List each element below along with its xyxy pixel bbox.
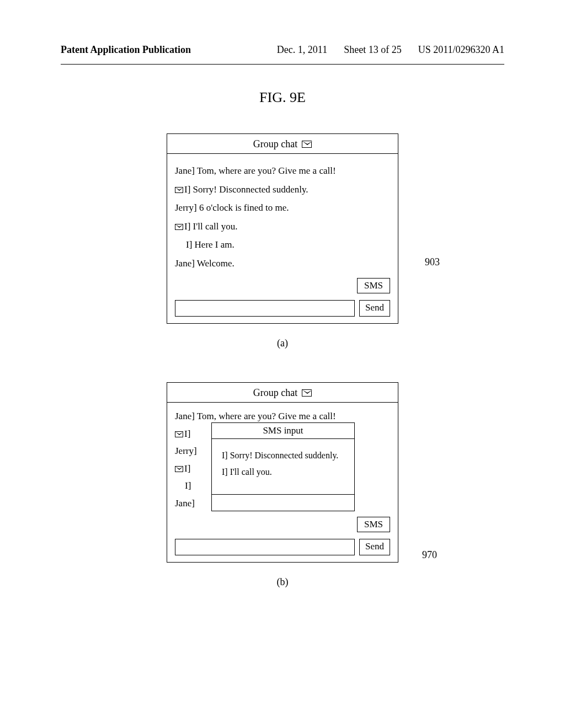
envelope-icon [175, 431, 183, 437]
sms-input-popup: SMS input I] Sorry! Disconnected suddenl… [211, 422, 355, 511]
chat-line: Jane] Welcome. [175, 256, 390, 271]
screen-b-container: Group chat Jane] Tom, where are you? Giv… [0, 382, 565, 621]
header-pubnum: US 2011/0296320 A1 [418, 44, 504, 56]
send-button[interactable]: Send [359, 539, 390, 555]
sms-row: SMS [167, 278, 398, 297]
sender-label: I] [184, 429, 190, 439]
input-row: Send [167, 297, 398, 323]
screen-b-title-bar: Group chat [167, 383, 398, 403]
sms-row: SMS [167, 517, 398, 536]
ref-label-970: 970 [422, 549, 437, 561]
screen-a: Group chat Jane] Tom, where are you? Giv… [167, 133, 398, 324]
chat-line: I] I'll call you. [175, 220, 390, 234]
screen-b-title: Group chat [253, 387, 297, 399]
envelope-icon [175, 187, 183, 193]
header-sheet: Sheet 13 of 25 [344, 44, 401, 56]
envelope-icon [175, 224, 183, 230]
chat-line: Jerry] 6 o'clock is fined to me. [175, 201, 390, 215]
popup-title: SMS input [212, 423, 354, 439]
send-button[interactable]: Send [359, 300, 390, 317]
screen-a-title-bar: Group chat [167, 134, 398, 154]
header-rule [61, 64, 504, 65]
sender-label: Jane] [175, 498, 195, 508]
sender-label: I] [175, 480, 191, 491]
chat-body-a: Jane] Tom, where are you? Give me a call… [167, 154, 398, 278]
screen-a-container: Group chat Jane] Tom, where are you? Giv… [0, 133, 565, 382]
envelope-icon [302, 389, 312, 397]
header-right: Dec. 1, 2011 Sheet 13 of 25 US 2011/0296… [277, 44, 504, 56]
popup-input[interactable] [212, 494, 354, 511]
header-left: Patent Application Publication [61, 44, 191, 56]
popup-body: I] Sorry! Disconnected suddenly. I] I'll… [212, 439, 354, 494]
figure-title: FIG. 9E [0, 89, 565, 106]
sublabel-a: (a) [277, 338, 288, 349]
header-date: Dec. 1, 2011 [277, 44, 327, 56]
chat-line: I] Here I am. [175, 238, 390, 252]
popup-line: I] Sorry! Disconnected suddenly. [222, 449, 344, 462]
envelope-icon [175, 466, 183, 472]
page-header: Patent Application Publication Dec. 1, 2… [0, 0, 565, 61]
chat-line: Jane] Tom, where are you? Give me a call… [175, 164, 390, 178]
sender-label: Jerry] [175, 446, 197, 456]
chat-body-b: Jane] Tom, where are you? Give me a call… [167, 403, 398, 517]
screen-a-title: Group chat [253, 138, 297, 150]
envelope-icon [302, 141, 312, 148]
message-input[interactable] [175, 539, 355, 555]
sms-button[interactable]: SMS [357, 278, 390, 293]
ref-label-903: 903 [425, 256, 440, 268]
popup-line: I] I'll call you. [222, 465, 344, 479]
sms-button[interactable]: SMS [357, 517, 390, 532]
chat-line: I] Sorry! Disconnected suddenly. [175, 183, 390, 197]
sublabel-b: (b) [277, 576, 289, 588]
chat-text: I] Sorry! Disconnected suddenly. [184, 184, 308, 195]
message-input[interactable] [175, 300, 355, 317]
input-row: Send [167, 536, 398, 562]
chat-text: I] I'll call you. [184, 221, 238, 232]
sender-label: I] [184, 463, 190, 474]
screen-b: Group chat Jane] Tom, where are you? Giv… [167, 382, 398, 563]
chat-line: Jane] Tom, where are you? Give me a call… [175, 409, 390, 424]
